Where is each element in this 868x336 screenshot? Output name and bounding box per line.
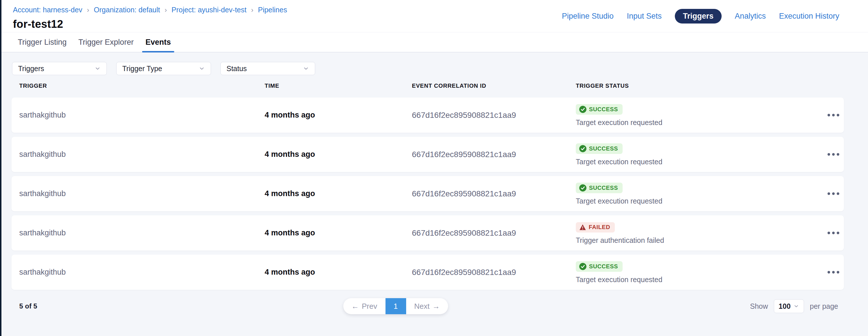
status-badge: SUCCESS: [576, 104, 623, 115]
status-filter-dropdown[interactable]: Status: [220, 62, 315, 75]
page-size-dropdown[interactable]: 100: [774, 299, 804, 313]
page-size-control: Show 100 per page: [750, 299, 838, 313]
chevron-down-icon: [794, 303, 799, 309]
event-time: 4 months ago: [265, 150, 412, 159]
prev-label: Prev: [362, 302, 377, 311]
trigger-name: sarthakgithub: [19, 268, 265, 277]
trigger-name: sarthakgithub: [19, 150, 265, 159]
status-label: SUCCESS: [589, 263, 618, 270]
row-menu-button[interactable]: [823, 176, 844, 211]
status-badge: SUCCESS: [576, 143, 623, 154]
nav-triggers[interactable]: Triggers: [675, 9, 722, 24]
filters-row: Triggers Trigger Type Status: [12, 62, 315, 75]
warning-triangle-icon: [579, 224, 586, 231]
breadcrumb-separator: ›: [251, 6, 253, 14]
results-count: 5 of 5: [19, 302, 37, 310]
triggers-filter-dropdown[interactable]: Triggers: [12, 62, 107, 75]
breadcrumb-project-link[interactable]: Project: ayushi-dev-test: [172, 6, 247, 14]
row-menu-button[interactable]: [823, 137, 844, 172]
check-circle-icon: [579, 184, 586, 192]
breadcrumb-account-link[interactable]: Account: harness-dev: [13, 6, 82, 14]
nav-execution-history[interactable]: Execution History: [779, 9, 839, 24]
next-label: Next: [414, 302, 429, 311]
chevron-down-icon: [303, 65, 309, 72]
page-title: for-test12: [13, 18, 287, 30]
table-row: sarthakgithub 4 months ago 667d16f2ec895…: [11, 215, 844, 250]
events-table-header: TRIGGER TIME EVENT CORRELATION ID TRIGGE…: [11, 82, 844, 89]
table-row: sarthakgithub 4 months ago 667d16f2ec895…: [11, 137, 844, 172]
page-size-value: 100: [779, 302, 791, 310]
row-menu-button[interactable]: [823, 255, 844, 290]
triggers-filter-label: Triggers: [18, 65, 44, 73]
chevron-down-icon: [94, 65, 101, 72]
trigger-type-filter-dropdown[interactable]: Trigger Type: [116, 62, 211, 75]
chevron-down-icon: [198, 65, 205, 72]
table-row: sarthakgithub 4 months ago 667d16f2ec895…: [11, 98, 844, 133]
pipeline-nav: Pipeline Studio Input Sets Triggers Anal…: [562, 0, 839, 32]
collapsed-sidenav-edge: [0, 0, 1, 336]
pagination-footer: 5 of 5 ← Prev 1 Next → Show 100 per page: [1, 298, 868, 314]
pagination-control: ← Prev 1 Next →: [343, 298, 448, 314]
next-page-button[interactable]: Next →: [406, 298, 448, 314]
status-badge: SUCCESS: [576, 261, 623, 272]
trigger-name: sarthakgithub: [19, 229, 265, 237]
nav-input-sets[interactable]: Input Sets: [627, 9, 662, 24]
tab-trigger-explorer[interactable]: Trigger Explorer: [78, 32, 134, 52]
event-time: 4 months ago: [265, 268, 412, 277]
status-badge: SUCCESS: [576, 182, 623, 193]
breadcrumb-organization-link[interactable]: Organization: default: [94, 6, 160, 14]
table-row: sarthakgithub 4 months ago 667d16f2ec895…: [11, 255, 844, 290]
breadcrumb: Account: harness-dev › Organization: def…: [13, 6, 287, 14]
check-circle-icon: [579, 106, 586, 113]
column-header-time: TIME: [265, 82, 412, 89]
column-header-event-correlation-id: EVENT CORRELATION ID: [412, 82, 576, 89]
arrow-left-icon: ←: [352, 302, 359, 311]
status-filter-label: Status: [226, 65, 247, 73]
prev-page-button[interactable]: ← Prev: [343, 298, 385, 314]
event-correlation-id: 667d16f2ec895908821c1aa9: [412, 189, 576, 198]
trigger-type-filter-label: Trigger Type: [122, 65, 162, 73]
breadcrumb-separator: ›: [165, 6, 167, 14]
event-correlation-id: 667d16f2ec895908821c1aa9: [412, 268, 576, 277]
status-detail: Target execution requested: [576, 158, 823, 166]
event-correlation-id: 667d16f2ec895908821c1aa9: [412, 150, 576, 159]
per-page-label: per page: [810, 302, 838, 310]
status-label: SUCCESS: [589, 145, 618, 152]
nav-analytics[interactable]: Analytics: [735, 9, 766, 24]
event-time: 4 months ago: [265, 189, 412, 198]
status-label: FAILED: [589, 224, 610, 231]
trigger-status-cell: FAILED Trigger authentication failed: [576, 215, 823, 250]
table-row: sarthakgithub 4 months ago 667d16f2ec895…: [11, 176, 844, 211]
arrow-right-icon: →: [432, 302, 440, 311]
tab-trigger-listing[interactable]: Trigger Listing: [17, 32, 67, 52]
trigger-status-cell: SUCCESS Target execution requested: [576, 176, 823, 211]
tab-events[interactable]: Events: [145, 32, 172, 52]
nav-pipeline-studio[interactable]: Pipeline Studio: [562, 9, 614, 24]
row-menu-button[interactable]: [823, 98, 844, 133]
page-header: Account: harness-dev › Organization: def…: [1, 0, 868, 32]
header-left: Account: harness-dev › Organization: def…: [13, 6, 287, 30]
status-detail: Target execution requested: [576, 275, 823, 284]
trigger-status-cell: SUCCESS Target execution requested: [576, 137, 823, 172]
show-label: Show: [750, 302, 768, 310]
status-detail: Target execution requested: [576, 119, 823, 127]
status-detail: Target execution requested: [576, 197, 823, 205]
breadcrumb-pipelines-link[interactable]: Pipelines: [258, 6, 287, 14]
event-correlation-id: 667d16f2ec895908821c1aa9: [412, 229, 576, 238]
status-badge: FAILED: [576, 222, 615, 233]
triggers-tabs: Trigger Listing Trigger Explorer Events: [1, 32, 868, 53]
events-table-body: sarthakgithub 4 months ago 667d16f2ec895…: [11, 98, 844, 294]
page-number-button[interactable]: 1: [385, 298, 406, 314]
breadcrumb-separator: ›: [87, 6, 89, 14]
column-header-trigger-status: TRIGGER STATUS: [576, 82, 823, 89]
column-header-trigger: TRIGGER: [19, 82, 265, 89]
trigger-name: sarthakgithub: [19, 189, 265, 198]
trigger-name: sarthakgithub: [19, 111, 265, 120]
status-label: SUCCESS: [589, 184, 618, 191]
status-detail: Trigger authentication failed: [576, 236, 823, 244]
check-circle-icon: [579, 263, 586, 270]
event-time: 4 months ago: [265, 229, 412, 237]
row-menu-button[interactable]: [823, 215, 844, 250]
trigger-status-cell: SUCCESS Target execution requested: [576, 255, 823, 290]
check-circle-icon: [579, 145, 586, 152]
